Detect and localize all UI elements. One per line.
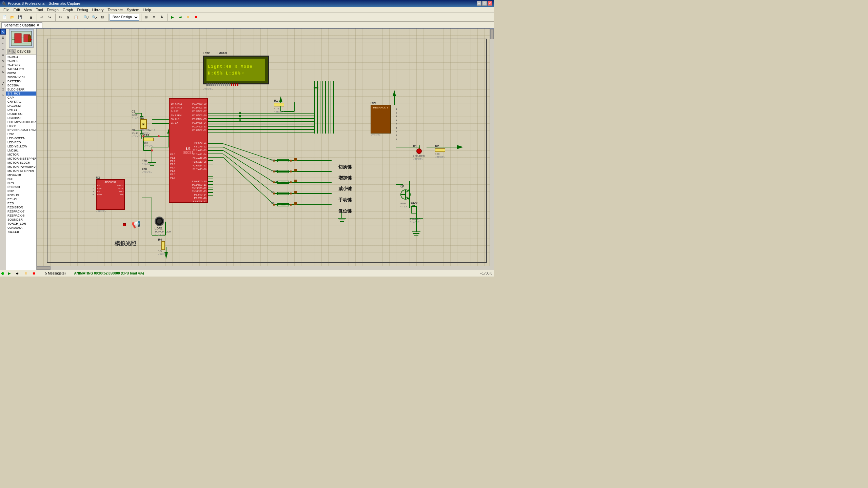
device-item[interactable]: LED-YELLOW (6, 144, 36, 148)
device-item[interactable]: LED-RED (6, 140, 36, 144)
device-item[interactable]: RESPACK-8 (6, 214, 36, 218)
select-tool[interactable]: ↖ (0, 29, 6, 35)
box-tool[interactable]: □ (0, 87, 6, 92)
canvas-area[interactable]: LCD1 LM016L Light:49 % Mode H:65% L:10% … (37, 28, 494, 270)
device-item[interactable]: 74LS14 IEC (6, 67, 36, 71)
device-item[interactable]: TORCH_LDR (6, 222, 36, 226)
device-item[interactable]: MPX4250 (6, 173, 36, 177)
device-item[interactable]: 74LS14I (6, 230, 36, 234)
device-item[interactable]: 2N4T4K7 (6, 63, 36, 67)
label-tool[interactable]: A (0, 58, 6, 63)
play-status-button[interactable]: ▶ (7, 271, 12, 276)
menu-debug[interactable]: Debug (75, 7, 90, 12)
device-item[interactable]: SOUNDER (6, 218, 36, 222)
device-item[interactable]: KEYPAD-SMALLCALC (6, 128, 36, 132)
power-tool[interactable]: ⏚ (0, 64, 6, 69)
tab-schematic[interactable]: Schematic Capture ✕ (1, 22, 42, 28)
device-item[interactable]: NPN (6, 181, 36, 185)
minimize-button[interactable]: ─ (477, 1, 481, 6)
device-list-add-btn[interactable]: P (7, 49, 12, 54)
device-item[interactable]: HX711 (6, 124, 36, 128)
device-item[interactable]: LED-GREEN (6, 136, 36, 140)
stop-status-button[interactable]: ⏹ (31, 271, 37, 276)
menu-tool[interactable]: Tool (34, 7, 45, 12)
zoom-in-button[interactable]: 🔍+ (83, 14, 91, 21)
menu-graph[interactable]: Graph (61, 7, 75, 12)
device-item[interactable]: 2N3904 (6, 55, 36, 59)
device-item[interactable]: RES (6, 201, 36, 205)
bus-tool[interactable]: ═ (0, 52, 6, 58)
pause-status-button[interactable]: ⏸ (23, 271, 28, 276)
design-dropdown[interactable]: Base Design (110, 14, 139, 21)
menu-help[interactable]: Help (141, 7, 153, 12)
device-item[interactable]: MOTOR-PWMSERVO (6, 165, 36, 169)
device-item-selected[interactable]: BIT_ROT (6, 92, 36, 96)
device-item[interactable]: DHT11 (6, 108, 36, 112)
grid-button[interactable]: ⊞ (142, 14, 150, 21)
play-button[interactable]: ▶ (169, 14, 176, 21)
device-item[interactable]: ULN2003A (6, 226, 36, 230)
device-item[interactable]: CAP (6, 96, 36, 100)
print-button[interactable]: 🖨 (27, 14, 35, 21)
maximize-button[interactable]: □ (482, 1, 487, 6)
device-item[interactable]: HITEMPAK1000U15V (6, 120, 36, 124)
save-button[interactable]: 💾 (16, 14, 24, 21)
device-item[interactable]: BATTERY (6, 79, 36, 83)
annotate-button[interactable]: A (158, 14, 165, 21)
device-item[interactable]: BC858A (6, 83, 36, 87)
undo-button[interactable]: ↩ (38, 14, 45, 21)
cut-button[interactable]: ✂ (57, 14, 64, 21)
circle-tool[interactable]: ○ (0, 93, 6, 98)
redo-button[interactable]: ↪ (46, 14, 53, 21)
menu-template[interactable]: Template (105, 7, 125, 12)
device-item[interactable]: LM016L (6, 148, 36, 152)
device-item[interactable]: BLDC-STAR (6, 87, 36, 92)
close-button[interactable]: ✕ (488, 1, 492, 6)
menu-view[interactable]: View (22, 7, 34, 12)
device-item[interactable]: PCF8591 (6, 185, 36, 189)
paste-button[interactable]: 📋 (72, 14, 80, 21)
text-tool[interactable]: T (0, 75, 6, 81)
device-list-filter-btn[interactable]: L (12, 49, 16, 54)
open-button[interactable]: 📂 (8, 14, 16, 21)
snap-button[interactable]: ⊕ (150, 14, 158, 21)
component-tool[interactable]: ⊞ (0, 35, 6, 40)
device-item[interactable]: DIODE-SC (6, 112, 36, 116)
step-status-button[interactable]: ⏭ (15, 271, 20, 276)
device-item[interactable]: MOTOR-BLDCM (6, 161, 36, 165)
tab-close-button[interactable]: ✕ (37, 24, 39, 27)
device-item[interactable]: RESPACK-7 (6, 209, 36, 214)
device-item[interactable]: RELAY (6, 197, 36, 201)
device-item[interactable]: POT-HG (6, 193, 36, 197)
menu-library[interactable]: Library (90, 7, 106, 12)
menu-design[interactable]: Design (45, 7, 61, 12)
line-tool[interactable]: ╱ (0, 81, 6, 86)
menu-edit[interactable]: Edit (12, 7, 22, 12)
device-item[interactable]: PNP (6, 189, 36, 193)
zoom-fit-button[interactable]: ⊡ (99, 14, 106, 21)
device-item[interactable]: CRYSTAL (6, 100, 36, 104)
zoom-out-button[interactable]: 🔍- (91, 14, 98, 21)
wire-tool[interactable]: ━ (0, 46, 6, 52)
device-list[interactable]: 2N3904 2N3905 2N4T4K7 74LS14 IEC 80C51 3… (6, 55, 36, 270)
device-item[interactable]: 3005P-1-101 (6, 75, 36, 79)
pause-button[interactable]: ⏸ (184, 14, 192, 21)
device-item[interactable]: L298 (6, 132, 36, 136)
menu-file[interactable]: File (1, 7, 12, 12)
device-item[interactable]: DS18B20 (6, 116, 36, 120)
device-item[interactable]: MOTOR-STEPPER (6, 169, 36, 173)
scrollbar-v[interactable] (490, 28, 494, 270)
copy-button[interactable]: ⎘ (64, 14, 72, 21)
scrollbar-h[interactable] (37, 266, 494, 270)
device-item[interactable]: MOTOR-BISTEPPER (6, 157, 36, 161)
menu-system[interactable]: System (125, 7, 141, 12)
device-item[interactable]: DAC0832 (6, 104, 36, 108)
junction-tool[interactable]: • (0, 41, 6, 46)
device-item[interactable]: 80C51 (6, 71, 36, 75)
new-button[interactable]: 📄 (1, 14, 8, 21)
device-item[interactable]: NOT (6, 177, 36, 181)
probe-tool[interactable]: ⊳ (0, 69, 6, 75)
device-item[interactable]: RESISTOR (6, 205, 36, 209)
device-item[interactable]: MOTOR (6, 152, 36, 157)
stop-button[interactable]: ⏹ (192, 14, 200, 21)
